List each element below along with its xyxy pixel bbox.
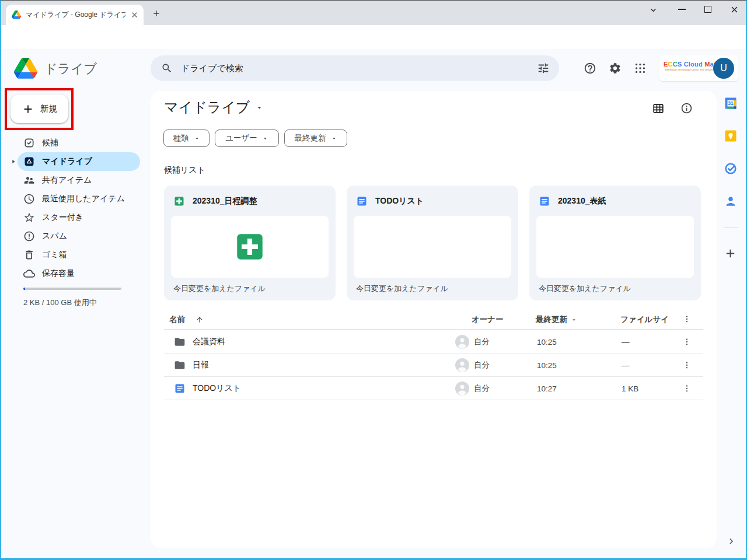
add-addon-plus-icon[interactable] (724, 247, 737, 260)
caret-down-icon (194, 135, 200, 142)
sheets-file-icon (173, 195, 185, 207)
sidebar-item-storage[interactable]: 保存容量 (18, 264, 140, 283)
account-organization-badge[interactable]: ECCS Cloud Mail Information Technology C… (659, 55, 738, 81)
column-header-name[interactable]: 名前 (169, 314, 204, 325)
google-apps-grid-icon[interactable] (634, 62, 647, 75)
sidebar-item-label: スター付き (42, 212, 83, 223)
eccs-logo-text: ECCS Cloud Mail (664, 61, 714, 68)
storage-progress-bar (23, 288, 121, 290)
suggestion-card-3[interactable]: 202310_表紙 今日変更を加えたファイル (529, 186, 701, 300)
card-title: 202310_表紙 (558, 196, 606, 206)
card-preview (171, 216, 329, 278)
tasks-icon[interactable] (724, 162, 738, 176)
row-options-kebab-icon[interactable] (682, 384, 692, 393)
spam-icon (23, 230, 35, 242)
suggestion-card-1[interactable]: 202310_日程調整 今日変更を加えたファイル (164, 186, 336, 300)
docs-file-icon (539, 195, 550, 207)
search-icon (161, 62, 173, 74)
card-title: TODOリスト (375, 196, 424, 206)
sidebar-item-label: 共有アイテム (42, 175, 92, 186)
account-avatar[interactable]: U (713, 58, 734, 79)
approval-check-icon (23, 137, 35, 149)
window-maximize-button[interactable] (704, 6, 711, 13)
calendar-icon[interactable]: 31 (724, 96, 738, 110)
file-owner: 自分 (474, 377, 490, 400)
tab-close-icon[interactable] (130, 10, 139, 19)
folder-icon (174, 336, 186, 348)
file-modified: 10:27 (537, 377, 557, 400)
card-title: 202310_日程調整 (193, 196, 257, 206)
sidebar-item-my-drive[interactable]: マイドライブ (18, 152, 140, 171)
clock-icon (23, 193, 35, 205)
file-name: 日報 (193, 354, 209, 377)
filter-chip-modified[interactable]: 最終更新 (284, 130, 347, 147)
browser-toolbar: drive.google.com/drive/my-drive U (1, 25, 746, 49)
search-input[interactable]: ドライブで検索 (151, 55, 559, 81)
suggestion-card-2[interactable]: TODOリスト 今日変更を加えたファイル (347, 186, 518, 300)
storage-usage-text: 2 KB / 100 GB 使用中 (23, 298, 97, 308)
annotation-red-rectangle (5, 88, 74, 130)
sidebar-item-label: ゴミ箱 (42, 250, 67, 260)
table-options-kebab-icon[interactable] (682, 314, 692, 324)
column-header-owner[interactable]: オーナー (472, 314, 504, 325)
suggestions-section-label: 候補リスト (164, 165, 205, 176)
sort-arrow-up-icon (196, 316, 204, 324)
window-minimize-button[interactable] (678, 9, 686, 10)
filter-chip-type[interactable]: 種類 (163, 130, 210, 147)
sidebar-item-starred[interactable]: スター付き (18, 208, 140, 227)
file-name: TODOリスト (193, 377, 241, 400)
caret-down-icon (331, 135, 337, 142)
sidebar-item-recent[interactable]: 最近使用したアイテム (18, 190, 140, 208)
sidebar-item-label: 候補 (42, 138, 58, 148)
settings-gear-icon[interactable] (609, 62, 622, 75)
page-title-text: マイドライブ (164, 98, 250, 117)
file-size: — (622, 330, 630, 354)
eccs-logo-subtext: Information Technology Center, The Unive… (665, 68, 713, 72)
sidebar-item-spam[interactable]: スパム (18, 227, 140, 246)
app-name: ドライブ (44, 60, 97, 78)
chip-label: 種類 (173, 133, 189, 144)
page-title[interactable]: マイドライブ (164, 98, 263, 117)
star-icon (23, 212, 35, 223)
sidebar-item-trash[interactable]: ゴミ箱 (18, 246, 140, 264)
file-row-2[interactable]: 日報 自分 10:25 — (164, 354, 703, 377)
file-modified: 10:25 (537, 330, 557, 354)
new-tab-button[interactable] (152, 9, 161, 18)
search-options-tune-icon[interactable] (537, 62, 550, 75)
storage-progress-fill (23, 288, 25, 290)
column-header-modified[interactable]: 最終更新 (536, 314, 577, 325)
contacts-icon[interactable] (724, 194, 738, 208)
expand-arrow-icon[interactable] (11, 159, 16, 164)
cloud-icon (23, 268, 35, 279)
card-header: TODOリスト (356, 195, 424, 207)
file-row-3[interactable]: TODOリスト 自分 10:27 1 KB (164, 377, 703, 400)
title-caret-down-icon (256, 104, 263, 111)
sidebar-item-label: マイドライブ (42, 156, 92, 167)
grid-view-toggle-icon[interactable] (652, 102, 665, 115)
tab-search-chevron-icon[interactable] (648, 5, 658, 15)
window-close-button[interactable] (729, 5, 739, 15)
sidebar-item-shared[interactable]: 共有アイテム (18, 171, 140, 190)
owner-avatar (455, 335, 469, 349)
sidebar-item-suggested[interactable]: 候補 (18, 134, 140, 152)
people-icon (23, 174, 35, 186)
browser-tab[interactable]: マイドライブ - Google ドライブ (6, 5, 144, 25)
sidebar-item-label: 最近使用したアイテム (42, 194, 125, 204)
docs-file-icon (356, 195, 368, 207)
card-preview (536, 216, 694, 278)
info-icon[interactable] (680, 102, 693, 114)
file-owner: 自分 (474, 330, 490, 354)
filter-chip-user[interactable]: ユーザー (215, 130, 279, 147)
column-header-size[interactable]: ファイルサイ (620, 314, 676, 325)
file-size: — (622, 354, 630, 377)
sidebar-item-label: スパム (42, 231, 67, 242)
card-caption: 今日変更を加えたファイル (539, 284, 631, 294)
keep-icon[interactable] (724, 129, 738, 143)
owner-avatar (455, 382, 469, 396)
expand-panel-chevron-icon[interactable] (725, 536, 737, 547)
help-icon[interactable] (584, 62, 596, 75)
file-row-1[interactable]: 会議資料 自分 10:25 — (164, 330, 703, 354)
row-options-kebab-icon[interactable] (682, 337, 692, 346)
card-header: 202310_日程調整 (173, 195, 257, 207)
row-options-kebab-icon[interactable] (682, 360, 692, 370)
